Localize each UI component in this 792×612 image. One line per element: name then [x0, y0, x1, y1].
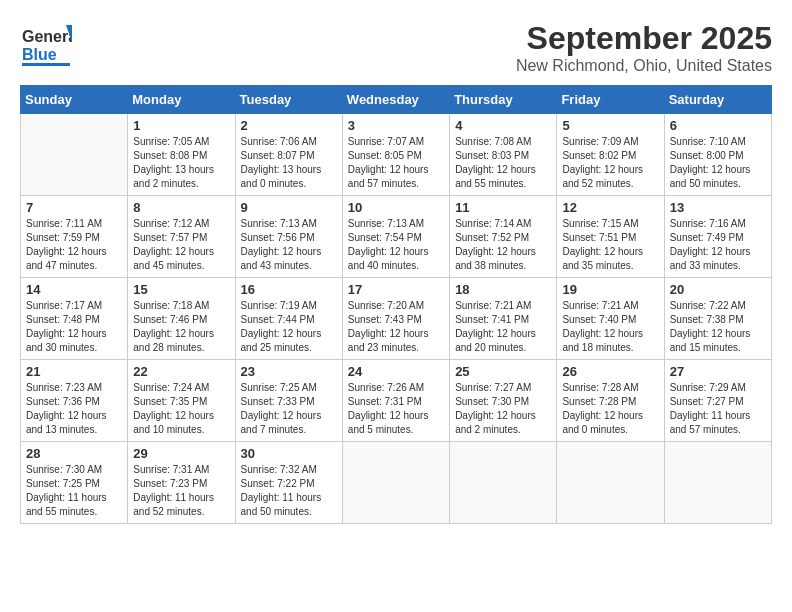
calendar-week-row: 1Sunrise: 7:05 AM Sunset: 8:08 PM Daylig…	[21, 114, 772, 196]
calendar-cell: 15Sunrise: 7:18 AM Sunset: 7:46 PM Dayli…	[128, 278, 235, 360]
day-info: Sunrise: 7:24 AM Sunset: 7:35 PM Dayligh…	[133, 381, 229, 437]
calendar-cell: 9Sunrise: 7:13 AM Sunset: 7:56 PM Daylig…	[235, 196, 342, 278]
calendar-cell: 29Sunrise: 7:31 AM Sunset: 7:23 PM Dayli…	[128, 442, 235, 524]
day-number: 21	[26, 364, 122, 379]
calendar-cell: 24Sunrise: 7:26 AM Sunset: 7:31 PM Dayli…	[342, 360, 449, 442]
day-number: 18	[455, 282, 551, 297]
calendar-week-row: 28Sunrise: 7:30 AM Sunset: 7:25 PM Dayli…	[21, 442, 772, 524]
calendar-cell	[664, 442, 771, 524]
day-number: 15	[133, 282, 229, 297]
calendar-cell: 18Sunrise: 7:21 AM Sunset: 7:41 PM Dayli…	[450, 278, 557, 360]
calendar-cell: 20Sunrise: 7:22 AM Sunset: 7:38 PM Dayli…	[664, 278, 771, 360]
day-number: 1	[133, 118, 229, 133]
day-of-week-header: Wednesday	[342, 86, 449, 114]
day-number: 4	[455, 118, 551, 133]
day-of-week-header: Saturday	[664, 86, 771, 114]
day-info: Sunrise: 7:21 AM Sunset: 7:41 PM Dayligh…	[455, 299, 551, 355]
svg-text:Blue: Blue	[22, 46, 57, 63]
days-of-week-row: SundayMondayTuesdayWednesdayThursdayFrid…	[21, 86, 772, 114]
day-number: 30	[241, 446, 337, 461]
day-info: Sunrise: 7:16 AM Sunset: 7:49 PM Dayligh…	[670, 217, 766, 273]
day-info: Sunrise: 7:19 AM Sunset: 7:44 PM Dayligh…	[241, 299, 337, 355]
day-of-week-header: Sunday	[21, 86, 128, 114]
calendar-cell: 1Sunrise: 7:05 AM Sunset: 8:08 PM Daylig…	[128, 114, 235, 196]
day-info: Sunrise: 7:14 AM Sunset: 7:52 PM Dayligh…	[455, 217, 551, 273]
day-number: 28	[26, 446, 122, 461]
day-info: Sunrise: 7:22 AM Sunset: 7:38 PM Dayligh…	[670, 299, 766, 355]
day-info: Sunrise: 7:32 AM Sunset: 7:22 PM Dayligh…	[241, 463, 337, 519]
calendar-cell: 22Sunrise: 7:24 AM Sunset: 7:35 PM Dayli…	[128, 360, 235, 442]
day-info: Sunrise: 7:30 AM Sunset: 7:25 PM Dayligh…	[26, 463, 122, 519]
day-info: Sunrise: 7:20 AM Sunset: 7:43 PM Dayligh…	[348, 299, 444, 355]
title-block: September 2025 New Richmond, Ohio, Unite…	[516, 20, 772, 75]
day-number: 27	[670, 364, 766, 379]
calendar-cell: 21Sunrise: 7:23 AM Sunset: 7:36 PM Dayli…	[21, 360, 128, 442]
day-info: Sunrise: 7:27 AM Sunset: 7:30 PM Dayligh…	[455, 381, 551, 437]
day-number: 8	[133, 200, 229, 215]
day-number: 2	[241, 118, 337, 133]
day-number: 22	[133, 364, 229, 379]
day-number: 5	[562, 118, 658, 133]
day-info: Sunrise: 7:15 AM Sunset: 7:51 PM Dayligh…	[562, 217, 658, 273]
day-number: 29	[133, 446, 229, 461]
calendar-cell: 4Sunrise: 7:08 AM Sunset: 8:03 PM Daylig…	[450, 114, 557, 196]
logo: General Blue	[20, 20, 72, 68]
calendar-cell: 5Sunrise: 7:09 AM Sunset: 8:02 PM Daylig…	[557, 114, 664, 196]
day-number: 23	[241, 364, 337, 379]
day-number: 24	[348, 364, 444, 379]
day-info: Sunrise: 7:13 AM Sunset: 7:54 PM Dayligh…	[348, 217, 444, 273]
calendar-cell: 30Sunrise: 7:32 AM Sunset: 7:22 PM Dayli…	[235, 442, 342, 524]
calendar-cell: 6Sunrise: 7:10 AM Sunset: 8:00 PM Daylig…	[664, 114, 771, 196]
calendar-table: SundayMondayTuesdayWednesdayThursdayFrid…	[20, 85, 772, 524]
calendar-cell	[342, 442, 449, 524]
day-number: 14	[26, 282, 122, 297]
day-of-week-header: Friday	[557, 86, 664, 114]
calendar-cell: 8Sunrise: 7:12 AM Sunset: 7:57 PM Daylig…	[128, 196, 235, 278]
day-info: Sunrise: 7:10 AM Sunset: 8:00 PM Dayligh…	[670, 135, 766, 191]
day-number: 12	[562, 200, 658, 215]
day-info: Sunrise: 7:06 AM Sunset: 8:07 PM Dayligh…	[241, 135, 337, 191]
page-header: General Blue September 2025 New Richmond…	[20, 20, 772, 75]
day-info: Sunrise: 7:25 AM Sunset: 7:33 PM Dayligh…	[241, 381, 337, 437]
calendar-cell: 3Sunrise: 7:07 AM Sunset: 8:05 PM Daylig…	[342, 114, 449, 196]
day-number: 6	[670, 118, 766, 133]
svg-text:General: General	[22, 28, 72, 45]
day-info: Sunrise: 7:23 AM Sunset: 7:36 PM Dayligh…	[26, 381, 122, 437]
day-number: 3	[348, 118, 444, 133]
day-info: Sunrise: 7:08 AM Sunset: 8:03 PM Dayligh…	[455, 135, 551, 191]
day-info: Sunrise: 7:09 AM Sunset: 8:02 PM Dayligh…	[562, 135, 658, 191]
day-info: Sunrise: 7:05 AM Sunset: 8:08 PM Dayligh…	[133, 135, 229, 191]
calendar-body: 1Sunrise: 7:05 AM Sunset: 8:08 PM Daylig…	[21, 114, 772, 524]
calendar-header: SundayMondayTuesdayWednesdayThursdayFrid…	[21, 86, 772, 114]
calendar-cell: 2Sunrise: 7:06 AM Sunset: 8:07 PM Daylig…	[235, 114, 342, 196]
day-number: 25	[455, 364, 551, 379]
calendar-cell: 16Sunrise: 7:19 AM Sunset: 7:44 PM Dayli…	[235, 278, 342, 360]
day-number: 16	[241, 282, 337, 297]
day-number: 26	[562, 364, 658, 379]
day-number: 7	[26, 200, 122, 215]
day-number: 17	[348, 282, 444, 297]
day-number: 19	[562, 282, 658, 297]
day-of-week-header: Thursday	[450, 86, 557, 114]
calendar-cell: 7Sunrise: 7:11 AM Sunset: 7:59 PM Daylig…	[21, 196, 128, 278]
calendar-cell: 17Sunrise: 7:20 AM Sunset: 7:43 PM Dayli…	[342, 278, 449, 360]
day-of-week-header: Monday	[128, 86, 235, 114]
calendar-cell: 13Sunrise: 7:16 AM Sunset: 7:49 PM Dayli…	[664, 196, 771, 278]
day-info: Sunrise: 7:07 AM Sunset: 8:05 PM Dayligh…	[348, 135, 444, 191]
calendar-cell	[450, 442, 557, 524]
calendar-cell: 12Sunrise: 7:15 AM Sunset: 7:51 PM Dayli…	[557, 196, 664, 278]
svg-rect-3	[22, 63, 70, 66]
day-number: 13	[670, 200, 766, 215]
calendar-cell: 26Sunrise: 7:28 AM Sunset: 7:28 PM Dayli…	[557, 360, 664, 442]
calendar-cell: 23Sunrise: 7:25 AM Sunset: 7:33 PM Dayli…	[235, 360, 342, 442]
day-info: Sunrise: 7:13 AM Sunset: 7:56 PM Dayligh…	[241, 217, 337, 273]
calendar-cell: 10Sunrise: 7:13 AM Sunset: 7:54 PM Dayli…	[342, 196, 449, 278]
calendar-cell	[21, 114, 128, 196]
calendar-week-row: 14Sunrise: 7:17 AM Sunset: 7:48 PM Dayli…	[21, 278, 772, 360]
day-of-week-header: Tuesday	[235, 86, 342, 114]
calendar-cell	[557, 442, 664, 524]
calendar-week-row: 7Sunrise: 7:11 AM Sunset: 7:59 PM Daylig…	[21, 196, 772, 278]
day-number: 11	[455, 200, 551, 215]
page-subtitle: New Richmond, Ohio, United States	[516, 57, 772, 75]
logo-icon: General Blue	[20, 20, 72, 68]
